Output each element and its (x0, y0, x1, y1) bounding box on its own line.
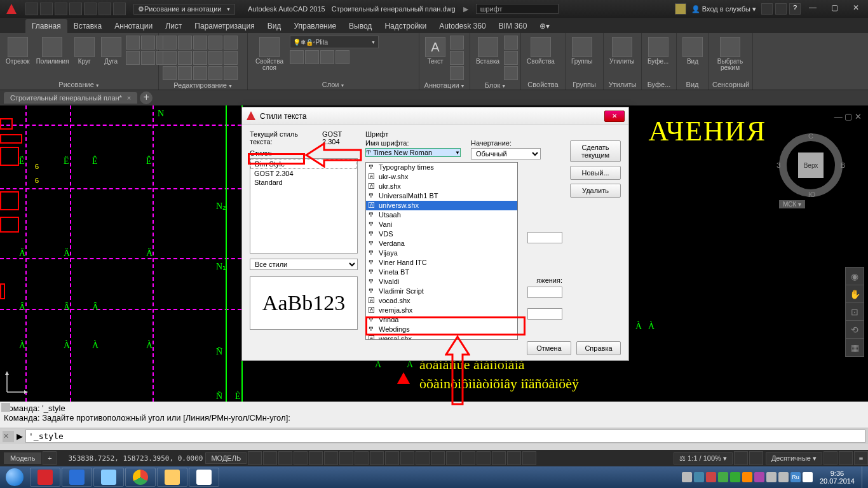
view-cube[interactable]: Верх С Ю В З МСК ▾ (779, 133, 843, 197)
tab-annotate[interactable]: Аннотации (108, 19, 159, 33)
wcs-dropdown[interactable]: МСК ▾ (779, 200, 805, 208)
app-logo[interactable] (3, 1, 20, 17)
rotate-icon[interactable] (178, 36, 192, 50)
view-cube-top[interactable]: Верх (798, 152, 824, 178)
space-toggle[interactable]: МОДЕЛЬ (205, 452, 247, 464)
rect-icon[interactable] (126, 36, 140, 50)
transparency-icon[interactable] (446, 451, 460, 465)
tray-lang-icon[interactable]: Ru (790, 472, 801, 482)
style-item-standard[interactable]: Standard (250, 178, 357, 187)
isolate-icon[interactable] (824, 451, 837, 465)
3dosnap-icon[interactable] (370, 451, 384, 465)
move-icon[interactable] (163, 36, 177, 50)
insert-block-button[interactable]: Вставка (474, 36, 501, 66)
ducs-icon[interactable] (400, 451, 414, 465)
task-chrome[interactable] (125, 468, 156, 487)
spline-icon[interactable] (126, 51, 140, 65)
font-name-combobox[interactable]: ͲTimes New Roman▼ (365, 148, 461, 157)
layer-state-icon[interactable] (290, 50, 304, 64)
erase-icon[interactable] (224, 36, 238, 50)
dialog-close-button[interactable]: ✕ (604, 111, 625, 122)
task-paint[interactable] (189, 468, 219, 487)
maximize-button[interactable]: ▢ (825, 3, 844, 15)
height-input[interactable] (527, 232, 562, 243)
dim-icon[interactable] (450, 36, 464, 50)
command-input[interactable] (25, 430, 865, 443)
workspace-switch-icon[interactable] (734, 451, 748, 465)
snap-icon[interactable] (263, 451, 277, 465)
stretch-icon[interactable] (163, 66, 177, 80)
scale-icon[interactable] (178, 66, 192, 80)
font-option[interactable]: ͲVani (366, 220, 517, 229)
undo-icon[interactable] (98, 3, 111, 15)
font-dropdown-list[interactable]: ͲTypography times🄰ukr-w.shx🄰ukr.shxͲUniv… (365, 162, 518, 340)
add-tab-button[interactable]: + (140, 92, 153, 104)
create-block-icon[interactable] (504, 36, 518, 50)
font-option[interactable]: ͲVineta BT (366, 268, 517, 277)
new-icon[interactable] (25, 3, 38, 15)
style-item-gost[interactable]: GOST 2.304 (250, 169, 357, 178)
minimize-button[interactable]: — (803, 3, 822, 15)
edit-block-icon[interactable] (504, 51, 518, 65)
task-notepad[interactable] (93, 468, 124, 487)
annotation-monitor-icon[interactable] (477, 451, 491, 465)
save-icon[interactable] (55, 3, 67, 15)
table-icon[interactable] (450, 66, 464, 80)
units-dropdown[interactable]: Десятичные ▾ (766, 452, 822, 464)
attr-block-icon[interactable] (504, 66, 518, 80)
sign-in-button[interactable]: 👤 Вход в службы ▾ (689, 5, 759, 13)
pan-icon[interactable]: ✋ (846, 285, 864, 303)
touch-mode-button[interactable]: Выбрать режим (712, 36, 748, 72)
new-style-button[interactable]: Новый... (570, 166, 621, 180)
circle-button[interactable]: Круг (72, 36, 97, 66)
redo-icon[interactable] (113, 3, 126, 15)
close-tab-icon[interactable]: × (127, 94, 131, 102)
help-search-input[interactable] (476, 4, 559, 14)
style-filter-dropdown[interactable]: Все стили (250, 259, 358, 270)
task-explorer[interactable] (157, 468, 187, 487)
styles-listbox[interactable]: Dim Style GOST 2.304 Standard (250, 158, 358, 254)
fillet-icon[interactable] (193, 51, 207, 65)
chamfer-icon[interactable] (208, 51, 222, 65)
array-icon[interactable] (193, 66, 207, 80)
layer-match-icon[interactable] (336, 50, 349, 64)
tab-manage[interactable]: Управление (287, 19, 342, 33)
tray-app2-icon[interactable] (706, 472, 716, 482)
lineweight-icon[interactable] (431, 451, 445, 465)
task-save[interactable] (62, 468, 92, 487)
tab-parametric[interactable]: Параметризация (188, 19, 261, 33)
tab-sheet[interactable]: Лист (159, 19, 188, 33)
copy-icon[interactable] (163, 51, 177, 65)
width-factor-input[interactable] (527, 287, 562, 298)
line-button[interactable]: Отрезок (4, 36, 32, 66)
document-tab[interactable]: Строительный генеральный план*× (4, 92, 137, 104)
font-option[interactable]: 🄰vocad.shx (366, 296, 517, 306)
vp-close-icon[interactable]: ✕ (855, 112, 862, 121)
saveas-icon[interactable] (69, 3, 82, 15)
align-icon[interactable] (224, 66, 238, 80)
clean-screen-icon[interactable] (839, 451, 853, 465)
font-style-dropdown[interactable]: Обычный (471, 148, 541, 159)
infer-icon[interactable] (278, 451, 292, 465)
tab-insert[interactable]: Вставка (67, 19, 109, 33)
vp-minimize-icon[interactable]: — (834, 112, 843, 121)
tray-app4-icon[interactable] (742, 472, 752, 482)
showmotion-icon[interactable]: ▦ (846, 339, 864, 356)
tray-utorrent-icon[interactable] (730, 472, 740, 482)
orbit-icon[interactable]: ⟲ (846, 321, 864, 339)
font-option[interactable]: 🄰universw.shx (366, 201, 517, 210)
tab-output[interactable]: Вывод (342, 19, 378, 33)
font-option[interactable]: ͲVivaldi (366, 277, 517, 287)
start-button[interactable] (0, 466, 29, 488)
show-desktop-button[interactable] (862, 466, 867, 488)
ellipse-icon[interactable] (141, 36, 155, 50)
tray-app5-icon[interactable] (754, 472, 764, 482)
a360-icon[interactable] (775, 3, 787, 15)
osnap-icon[interactable] (355, 451, 369, 465)
command-history[interactable]: Команда: '_style Команда: Задайте против… (0, 402, 868, 428)
tab-a360[interactable]: Autodesk 360 (433, 19, 492, 33)
cancel-button[interactable]: Отмена (527, 341, 571, 355)
font-option[interactable]: 🄰vremja.shx (366, 306, 517, 315)
offset-icon[interactable] (208, 66, 222, 80)
anno-scale-dropdown[interactable]: ⚖ 1:1 / 100% ▾ (674, 452, 733, 464)
